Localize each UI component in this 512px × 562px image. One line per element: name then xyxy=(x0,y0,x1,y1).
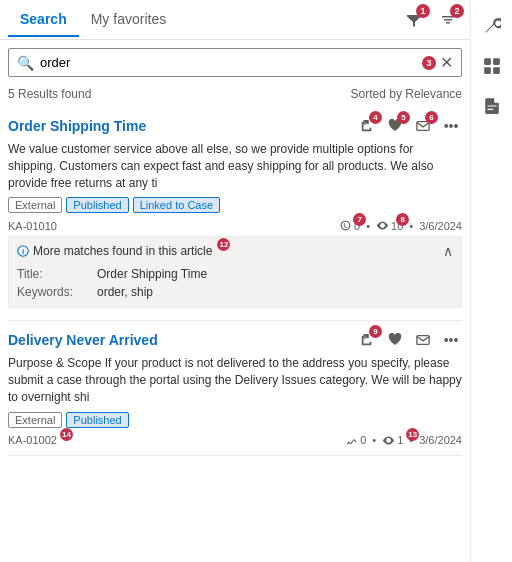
article-email-icon-1[interactable]: 6 xyxy=(412,115,434,137)
date-1: 3/6/2024 xyxy=(419,220,462,232)
svg-rect-7 xyxy=(493,67,500,74)
search-count-badge: 3 xyxy=(422,56,436,70)
article-heart-icon-2[interactable] xyxy=(384,329,406,351)
svg-rect-6 xyxy=(484,67,491,74)
filter-button[interactable]: 1 xyxy=(400,6,428,34)
match-row-title: Title: Order Shipping Time xyxy=(17,265,453,283)
results-header: 5 Results found Sorted by Relevance xyxy=(0,85,470,107)
action-badge-5: 5 xyxy=(397,111,410,124)
clear-search-button[interactable]: ✕ xyxy=(440,53,453,72)
article-heart-icon-1[interactable]: 5 xyxy=(384,115,406,137)
action-badge-6: 6 xyxy=(425,111,438,124)
stat-badge-7: 7 xyxy=(353,213,366,226)
sort-badge: 2 xyxy=(450,4,464,18)
tab-search[interactable]: Search xyxy=(8,3,79,37)
sort-button[interactable]: 2 xyxy=(434,6,462,34)
sidebar xyxy=(470,0,512,562)
article-id-2: KA-01002 14 xyxy=(8,434,57,446)
match-row-keywords: Keywords: order, ship xyxy=(17,283,453,301)
article-more-icon-2[interactable]: ••• xyxy=(440,329,462,351)
action-badge-9: 9 xyxy=(369,325,382,338)
search-input[interactable] xyxy=(40,55,420,70)
article-card-1: Order Shipping Time 4 5 6 • xyxy=(8,107,462,321)
search-bar: 🔍 3 ✕ xyxy=(8,48,462,77)
sidebar-grid-button[interactable] xyxy=(474,48,510,84)
tabs-bar: Search My favorites 1 2 xyxy=(0,0,470,40)
article-more-icon-1[interactable]: ••• xyxy=(440,115,462,137)
match-value-keywords: order, ship xyxy=(97,285,153,299)
sorted-by: Sorted by Relevance xyxy=(351,87,462,101)
stat-badge-8: 8 xyxy=(396,213,409,226)
more-matches-label: More matches found in this article xyxy=(33,244,212,258)
article-tags-2: External Published xyxy=(8,412,462,428)
article-link-icon-2[interactable]: 9 xyxy=(356,329,378,351)
tag-external-2: External xyxy=(8,412,62,428)
match-value-title: Order Shipping Time xyxy=(97,267,207,281)
svg-rect-5 xyxy=(493,58,500,65)
tag-published-1: Published xyxy=(66,197,128,213)
article-id-1: KA-01010 xyxy=(8,220,57,232)
article-card-2: Delivery Never Arrived 9 ••• xyxy=(8,321,462,455)
article-email-icon-2[interactable] xyxy=(412,329,434,351)
tag-external-1: External xyxy=(8,197,62,213)
svg-rect-4 xyxy=(484,58,491,65)
sidebar-wrench-button[interactable] xyxy=(474,8,510,44)
date-2: 3/6/2024 xyxy=(419,434,462,446)
stat-badge-13: 13 xyxy=(406,428,419,441)
results-list: Order Shipping Time 4 5 6 • xyxy=(0,107,470,562)
tab-favorites[interactable]: My favorites xyxy=(79,3,178,37)
search-icon: 🔍 xyxy=(17,55,34,71)
article-body-2: Purpose & Scope If your product is not d… xyxy=(8,355,462,405)
match-label-keywords: Keywords: xyxy=(17,285,97,299)
filter-badge: 1 xyxy=(416,4,430,18)
collapse-matches-button[interactable]: ∧ xyxy=(443,243,453,259)
match-label-title: Title: xyxy=(17,267,97,281)
more-matches-1: i More matches found in this article 12 … xyxy=(8,236,462,308)
id-badge-14: 14 xyxy=(60,428,73,441)
article-stats-2: 0 • 1 13 • 3/6/2024 xyxy=(345,434,462,447)
tag-linked-1: Linked to Case xyxy=(133,197,220,213)
thumbs-up-2: 0 xyxy=(360,434,366,446)
svg-rect-3 xyxy=(417,336,429,345)
article-tags-1: External Published Linked to Case xyxy=(8,197,462,213)
views-2: 1 xyxy=(397,434,403,446)
svg-text:i: i xyxy=(22,248,24,255)
article-title-2[interactable]: Delivery Never Arrived xyxy=(8,332,158,348)
article-body-1: We value customer service above all else… xyxy=(8,141,462,191)
tag-published-2: Published xyxy=(66,412,128,428)
results-count: 5 Results found xyxy=(8,87,91,101)
action-badge-4: 4 xyxy=(369,111,382,124)
article-link-icon-1[interactable]: 4 xyxy=(356,115,378,137)
sidebar-doc-button[interactable] xyxy=(474,88,510,124)
article-title-1[interactable]: Order Shipping Time xyxy=(8,118,146,134)
more-matches-badge: 12 xyxy=(217,238,230,251)
article-stats-1: 0 7 • 10 8 • 3/6/2024 xyxy=(339,219,462,232)
